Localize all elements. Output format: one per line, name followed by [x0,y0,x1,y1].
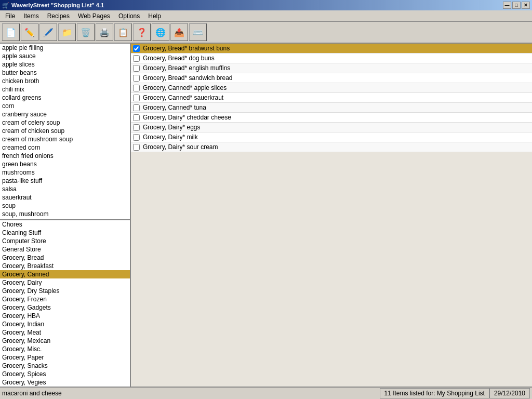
list-item[interactable]: cream of celery soup [0,118,130,127]
category-item[interactable]: General Store [0,245,130,254]
category-item[interactable]: Grocery, HBA [0,312,130,320]
category-item[interactable]: Grocery, Dairy [0,278,130,287]
item-checkbox[interactable] [133,45,140,52]
table-row: Grocery, Dairy* milk [131,132,532,142]
status-date: 29/12/2010 [489,388,530,398]
list-item[interactable]: chicken broth [0,77,130,85]
minimize-button[interactable]: — [503,2,511,9]
category-item[interactable]: Grocery, Mexican [0,337,130,345]
item-checkbox[interactable] [133,104,140,111]
item-checkbox[interactable] [133,55,140,62]
item-label: Grocery, Bread* bratwurst buns [143,45,230,52]
category-item[interactable]: Cleaning Stuff [0,229,130,237]
print-toolbar-button[interactable]: 🖨️ [96,23,113,41]
table-row: Grocery, Bread* bratwurst buns [131,44,532,54]
app-title: WaverlyStreet "Shopping List" 4.1 [11,2,104,8]
item-label: Grocery, Bread* sandwich bread [143,74,233,82]
item-label: Grocery, Dairy* sour cream [143,143,218,151]
table-row: Grocery, Dairy* sour cream [131,142,532,152]
table-row: Grocery, Dairy* eggs [131,123,532,132]
app-icon: 🛒 [2,2,9,9]
list-item[interactable]: pasta-like stuff [0,177,130,185]
item-label: Grocery, Canned* apple slices [143,84,227,91]
item-label: Grocery, Canned* tuna [143,104,206,111]
list-item[interactable]: mushrooms [0,168,130,177]
list-item[interactable]: cream of mushroom soup [0,135,130,143]
list-item[interactable]: sauerkraut [0,193,130,202]
item-checkbox[interactable] [133,65,140,72]
category-item[interactable]: Grocery, Vegies [0,378,130,387]
menu-item-web pages[interactable]: Web Pages [74,11,114,21]
help-toolbar-button[interactable]: ❓ [133,23,151,41]
menu-item-help[interactable]: Help [144,11,165,21]
statusbar: macaroni and cheese 11 Items listed for:… [0,387,532,399]
categories-list[interactable]: ChoresCleaning StuffComputer StoreGenera… [0,220,130,387]
table-row: Grocery, Canned* tuna [131,103,532,113]
close-button[interactable]: ✕ [522,2,530,9]
item-label: Grocery, Bread* dog buns [143,55,215,62]
menu-item-recipes[interactable]: Recipes [43,11,74,21]
list-item[interactable]: apple sauce [0,52,130,60]
pen-toolbar-button[interactable]: 🖊️ [39,23,57,41]
list-item[interactable]: soup [0,202,130,210]
item-checkbox[interactable] [133,75,140,82]
right-panel[interactable]: Grocery, Bread* bratwurst bunsGrocery, B… [131,44,532,387]
category-item[interactable]: Grocery, Paper [0,353,130,362]
item-label: Grocery, Bread* english muffins [143,64,230,72]
category-item[interactable]: Grocery, Snacks [0,362,130,370]
list-item[interactable]: soup, mushroom [0,210,130,218]
menubar: FileItemsRecipesWeb PagesOptionsHelp [0,10,532,22]
copy-toolbar-button[interactable]: 📋 [114,23,132,41]
delete-toolbar-button[interactable]: 🗑️ [77,23,95,41]
table-row: Grocery, Bread* english muffins [131,63,532,73]
category-item[interactable]: Grocery, Frozen [0,295,130,303]
menu-item-options[interactable]: Options [114,11,144,21]
new-toolbar-button[interactable]: 📄 [2,23,20,41]
list-item[interactable]: chili mix [0,85,130,94]
list-item[interactable]: french fried onions [0,152,130,160]
item-checkbox[interactable] [133,124,140,131]
list-item[interactable]: cranberry sauce [0,110,130,118]
keyboard-toolbar-button[interactable]: ⌨️ [189,23,207,41]
status-item: macaroni and cheese [2,390,380,397]
category-item[interactable]: Grocery, Breakfast [0,262,130,270]
category-item[interactable]: Grocery, Bread [0,254,130,262]
category-item[interactable]: Grocery, Canned [0,270,130,278]
item-checkbox[interactable] [133,144,140,151]
item-checkbox[interactable] [133,85,140,91]
restore-button[interactable]: □ [512,2,521,9]
category-item[interactable]: Grocery, Spices [0,370,130,378]
left-panel: apple pie fillingapple sauceapple slices… [0,44,131,387]
items-list[interactable]: apple pie fillingapple sauceapple slices… [0,44,130,220]
item-checkbox[interactable] [133,134,140,141]
list-item[interactable]: corn [0,102,130,110]
list-item[interactable]: collard greens [0,94,130,102]
category-item[interactable]: Grocery, Dry Staples [0,287,130,295]
globe-toolbar-button[interactable]: 🌐 [152,23,169,41]
category-item[interactable]: Grocery, Misc. [0,345,130,353]
category-item[interactable]: Grocery, Meat [0,328,130,337]
table-row: Grocery, Dairy* cheddar cheese [131,113,532,123]
table-row: Grocery, Bread* dog buns [131,54,532,63]
category-item[interactable]: Computer Store [0,237,130,245]
titlebar-controls: — □ ✕ [503,2,530,9]
item-label: Grocery, Canned* sauerkraut [143,94,223,101]
category-item[interactable]: Chores [0,220,130,229]
export-toolbar-button[interactable]: 📤 [170,23,188,41]
list-item[interactable]: green beans [0,160,130,168]
table-row: Grocery, Bread* sandwich bread [131,73,532,83]
pencil-toolbar-button[interactable]: ✏️ [21,23,38,41]
menu-item-file[interactable]: File [1,11,19,21]
list-item[interactable]: apple pie filling [0,44,130,52]
folder-toolbar-button[interactable]: 📁 [58,23,76,41]
category-item[interactable]: Grocery, Indian [0,320,130,328]
list-item[interactable]: creamed corn [0,143,130,152]
menu-item-items[interactable]: Items [19,11,43,21]
list-item[interactable]: salsa [0,185,130,193]
item-checkbox[interactable] [133,95,140,101]
category-item[interactable]: Grocery, Gadgets [0,303,130,312]
item-checkbox[interactable] [133,114,140,121]
list-item[interactable]: apple slices [0,60,130,69]
list-item[interactable]: butter beans [0,69,130,77]
list-item[interactable]: cream of chicken soup [0,127,130,135]
